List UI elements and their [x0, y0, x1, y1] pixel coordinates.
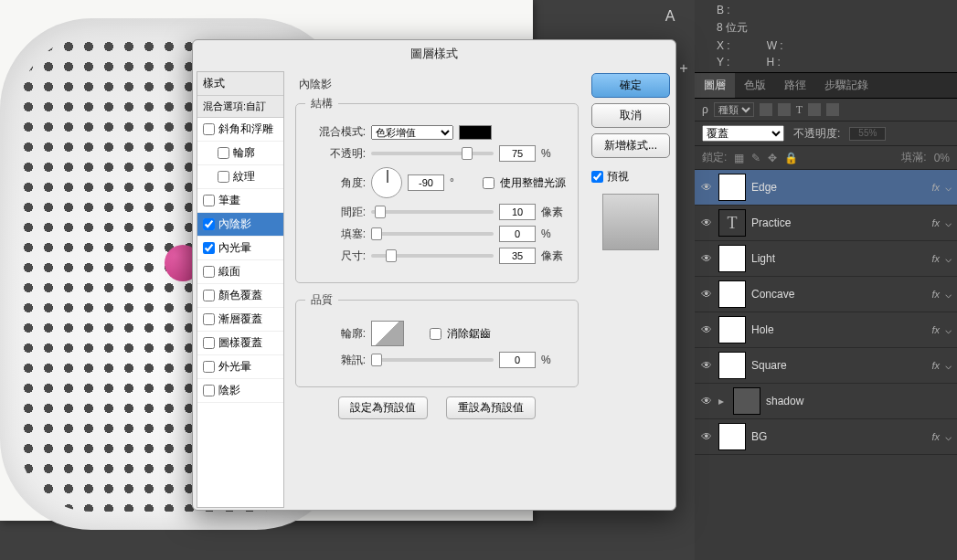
- choke-slider[interactable]: [371, 232, 494, 236]
- layer-row[interactable]: 👁Edgefx ⌵: [695, 170, 957, 206]
- opacity-input[interactable]: [499, 145, 536, 162]
- style-item-1[interactable]: 輪廓: [197, 142, 283, 165]
- style-checkbox[interactable]: [218, 171, 229, 183]
- style-item-4[interactable]: 內陰影: [197, 213, 283, 237]
- fx-expand-icon[interactable]: ⌵: [945, 217, 952, 229]
- style-item-7[interactable]: 顏色覆蓋: [197, 284, 283, 308]
- filter-pixel-icon[interactable]: [760, 103, 772, 116]
- visibility-icon[interactable]: 👁: [700, 430, 713, 443]
- fx-badge: fx: [931, 289, 940, 300]
- reset-default-button[interactable]: 重設為預設值: [446, 396, 536, 419]
- layer-row[interactable]: 👁Squarefx ⌵: [695, 348, 957, 384]
- expand-arrow-icon[interactable]: ▸: [718, 395, 728, 407]
- tab-layers[interactable]: 圖層: [695, 73, 735, 98]
- style-item-5[interactable]: 內光暈: [197, 237, 283, 260]
- angle-input[interactable]: [408, 174, 444, 191]
- tab-channels[interactable]: 色版: [735, 73, 775, 98]
- filter-adjust-icon[interactable]: [778, 103, 791, 116]
- visibility-icon[interactable]: 👁: [700, 359, 713, 372]
- visibility-icon[interactable]: 👁: [700, 323, 713, 336]
- layer-row[interactable]: 👁Holefx ⌵: [695, 312, 957, 348]
- style-item-2[interactable]: 紋理: [197, 165, 283, 189]
- visibility-icon[interactable]: 👁: [700, 288, 713, 301]
- lock-move-icon[interactable]: ✥: [768, 152, 777, 164]
- style-checkbox[interactable]: [203, 290, 215, 301]
- fx-expand-icon[interactable]: ⌵: [945, 359, 952, 372]
- structure-legend: 結構: [305, 96, 338, 111]
- contour-picker[interactable]: [371, 321, 404, 346]
- style-item-0[interactable]: 斜角和浮雕: [197, 118, 283, 142]
- contour-label: 輪廓:: [305, 326, 366, 342]
- shadow-color-swatch[interactable]: [459, 125, 492, 140]
- opacity-slider[interactable]: [371, 152, 494, 155]
- style-item-label: 顏色覆蓋: [218, 288, 262, 303]
- style-item-label: 內光暈: [218, 240, 251, 256]
- angle-dial[interactable]: [371, 167, 402, 198]
- size-input[interactable]: [499, 248, 536, 264]
- style-checkbox[interactable]: [203, 218, 215, 230]
- ok-button[interactable]: 確定: [591, 73, 670, 98]
- fill-value[interactable]: 0%: [934, 152, 950, 164]
- choke-input[interactable]: [499, 226, 536, 242]
- style-item-3[interactable]: 筆畫: [197, 189, 283, 213]
- tab-history[interactable]: 步驟記錄: [815, 73, 877, 98]
- style-checkbox[interactable]: [218, 147, 229, 159]
- fx-expand-icon[interactable]: ⌵: [945, 181, 952, 194]
- visibility-icon[interactable]: 👁: [700, 252, 713, 265]
- style-item-6[interactable]: 緞面: [197, 260, 283, 284]
- lock-paint-icon[interactable]: ✎: [751, 152, 760, 164]
- layer-row[interactable]: 👁▸shadow: [695, 384, 957, 419]
- style-checkbox[interactable]: [203, 242, 215, 254]
- fx-expand-icon[interactable]: ⌵: [945, 430, 952, 443]
- new-style-button[interactable]: 新增樣式...: [591, 133, 670, 158]
- style-item-label: 筆畫: [218, 193, 240, 208]
- styles-header[interactable]: 樣式: [197, 72, 283, 96]
- style-item-label: 漸層覆蓋: [218, 312, 262, 327]
- filter-smart-icon[interactable]: [826, 103, 839, 116]
- noise-input[interactable]: [499, 352, 536, 368]
- fx-expand-icon[interactable]: ⌵: [945, 288, 952, 301]
- angle-unit: °: [450, 176, 477, 189]
- blend-mode-dropdown[interactable]: 色彩增值: [371, 125, 453, 140]
- style-item-10[interactable]: 外光暈: [197, 355, 283, 379]
- distance-input[interactable]: [499, 204, 536, 220]
- tab-paths[interactable]: 路徑: [775, 73, 815, 98]
- blend-mode-select[interactable]: 覆蓋: [702, 125, 784, 142]
- fx-expand-icon[interactable]: ⌵: [945, 252, 952, 265]
- filter-shape-icon[interactable]: [808, 103, 821, 116]
- panel-tabs: 圖層 色版 路徑 步驟記錄: [695, 72, 957, 99]
- lock-trans-icon[interactable]: ▦: [734, 152, 744, 164]
- style-checkbox[interactable]: [203, 195, 215, 206]
- antialias-checkbox[interactable]: [430, 328, 441, 340]
- style-checkbox[interactable]: [203, 361, 215, 373]
- choke-label: 填塞:: [305, 227, 366, 242]
- blend-options-header[interactable]: 混合選項:自訂: [197, 96, 283, 118]
- style-item-8[interactable]: 漸層覆蓋: [197, 308, 283, 332]
- layer-row[interactable]: 👁Lightfx ⌵: [695, 241, 957, 277]
- visibility-icon[interactable]: 👁: [700, 181, 713, 194]
- style-checkbox[interactable]: [203, 123, 215, 135]
- noise-slider[interactable]: [371, 358, 494, 362]
- global-light-checkbox[interactable]: [483, 177, 494, 189]
- cancel-button[interactable]: 取消: [591, 103, 670, 128]
- opacity-value[interactable]: 55%: [849, 127, 886, 141]
- set-default-button[interactable]: 設定為預設值: [338, 396, 428, 419]
- preview-checkbox[interactable]: [591, 171, 603, 183]
- size-slider[interactable]: [371, 254, 494, 258]
- layer-kind-select[interactable]: 種類: [714, 102, 754, 117]
- layer-thumbnail: T: [718, 209, 746, 237]
- style-checkbox[interactable]: [203, 313, 215, 325]
- fx-expand-icon[interactable]: ⌵: [945, 323, 952, 336]
- visibility-icon[interactable]: 👁: [700, 217, 713, 229]
- style-item-9[interactable]: 圖樣覆蓋: [197, 332, 283, 355]
- layer-row[interactable]: 👁TPracticefx ⌵: [695, 206, 957, 241]
- style-checkbox[interactable]: [203, 385, 215, 396]
- style-checkbox[interactable]: [203, 337, 215, 349]
- style-item-11[interactable]: 陰影: [197, 379, 283, 403]
- style-checkbox[interactable]: [203, 266, 215, 278]
- layer-row[interactable]: 👁Concavefx ⌵: [695, 277, 957, 312]
- distance-slider[interactable]: [371, 210, 494, 214]
- visibility-icon[interactable]: 👁: [700, 395, 713, 407]
- layer-row[interactable]: 👁BGfx ⌵: [695, 419, 957, 455]
- lock-all-icon[interactable]: 🔒: [784, 152, 798, 164]
